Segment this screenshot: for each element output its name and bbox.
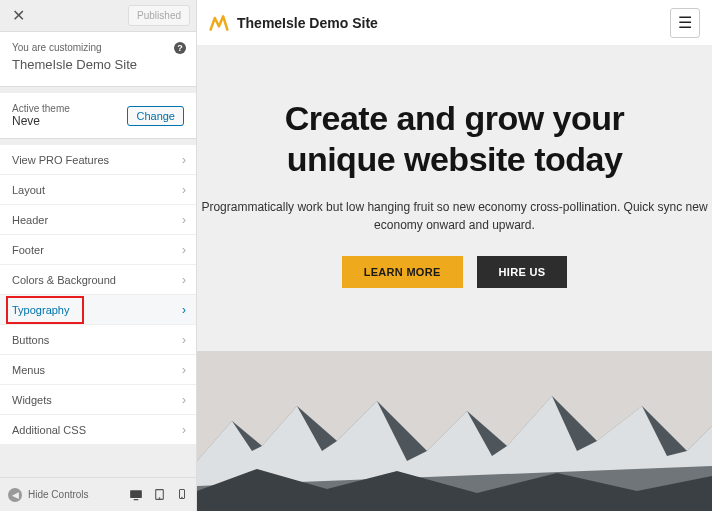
sidebar-item-label: Typography (12, 304, 69, 316)
chevron-right-icon: › (182, 303, 186, 317)
sidebar-item-label: Colors & Background (12, 274, 116, 286)
sidebar-item-additional-css[interactable]: Additional CSS› (0, 415, 196, 445)
chevron-right-icon: › (182, 333, 186, 347)
desktop-icon[interactable] (129, 488, 143, 502)
active-theme-panel: Active theme Neve Change (0, 93, 196, 139)
sidebar-item-layout[interactable]: Layout› (0, 175, 196, 205)
sidebar-item-label: View PRO Features (12, 154, 109, 166)
sidebar-item-label: Widgets (12, 394, 52, 406)
sidebar-item-label: Header (12, 214, 48, 226)
sidebar-item-footer[interactable]: Footer› (0, 235, 196, 265)
chevron-right-icon: › (182, 243, 186, 257)
sidebar-item-label: Menus (12, 364, 45, 376)
sidebar-topbar: ✕ Published (0, 0, 196, 32)
customizer-menu-list: View PRO Features›Layout›Header›Footer›C… (0, 145, 196, 445)
customizing-site-title: ThemeIsle Demo Site (12, 57, 184, 72)
sidebar-footer: ◀ Hide Controls (0, 477, 196, 511)
sidebar-item-view-pro-features[interactable]: View PRO Features› (0, 145, 196, 175)
hero-title-line1: Create and grow your (285, 99, 625, 137)
sidebar-item-label: Footer (12, 244, 44, 256)
chevron-right-icon: › (182, 183, 186, 197)
learn-more-button[interactable]: LEARN MORE (342, 256, 463, 288)
chevron-right-icon: › (182, 363, 186, 377)
close-button[interactable]: ✕ (0, 0, 36, 32)
device-preview-switcher (129, 488, 188, 502)
sidebar-item-widgets[interactable]: Widgets› (0, 385, 196, 415)
change-theme-button[interactable]: Change (127, 106, 184, 126)
sidebar-item-label: Additional CSS (12, 424, 86, 436)
chevron-right-icon: › (182, 273, 186, 287)
help-icon[interactable]: ? (174, 42, 186, 54)
sidebar-item-menus[interactable]: Menus› (0, 355, 196, 385)
collapse-icon: ◀ (8, 488, 22, 502)
site-brand-title: ThemeIsle Demo Site (237, 15, 378, 31)
chevron-right-icon: › (182, 393, 186, 407)
sidebar-item-buttons[interactable]: Buttons› (0, 325, 196, 355)
theme-info: Active theme Neve (12, 103, 70, 128)
hero-buttons: LEARN MORE HIRE US (342, 256, 568, 288)
svg-rect-1 (134, 499, 139, 500)
hero-sub-line2: economy onward and upward. (374, 218, 535, 232)
hero-title-line2: unique website today (287, 140, 623, 178)
customizing-panel: You are customizing ThemeIsle Demo Site … (0, 32, 196, 87)
sidebar-item-typography[interactable]: Typography› (0, 295, 196, 325)
svg-point-3 (159, 497, 160, 498)
site-header: ThemeIsle Demo Site ☰ (197, 0, 712, 46)
sidebar-item-label: Buttons (12, 334, 49, 346)
hero-section: Create and grow your unique website toda… (197, 46, 712, 511)
svg-rect-0 (130, 490, 142, 498)
svg-point-5 (182, 496, 183, 497)
hero-title: Create and grow your unique website toda… (285, 98, 625, 180)
active-theme-label: Active theme (12, 103, 70, 114)
chevron-right-icon: › (182, 423, 186, 437)
customizer-sidebar: ✕ Published You are customizing ThemeIsl… (0, 0, 197, 511)
hamburger-icon: ☰ (678, 13, 692, 32)
hero-background-image (197, 351, 712, 511)
chevron-right-icon: › (182, 213, 186, 227)
customizing-label: You are customizing (12, 42, 184, 53)
close-icon: ✕ (12, 6, 25, 25)
site-preview: ThemeIsle Demo Site ☰ Create and grow yo… (197, 0, 712, 511)
publish-button[interactable]: Published (128, 5, 190, 26)
site-logo-icon (209, 13, 229, 33)
sidebar-item-label: Layout (12, 184, 45, 196)
hide-controls-button[interactable]: ◀ Hide Controls (8, 488, 89, 502)
hire-us-button[interactable]: HIRE US (477, 256, 568, 288)
sidebar-item-colors-background[interactable]: Colors & Background› (0, 265, 196, 295)
hero-sub-line1: Programmatically work but low hanging fr… (201, 200, 707, 214)
tablet-icon[interactable] (153, 488, 166, 502)
hero-subtitle: Programmatically work but low hanging fr… (201, 198, 707, 234)
hide-controls-label: Hide Controls (28, 489, 89, 500)
mobile-icon[interactable] (176, 488, 188, 502)
active-theme-name: Neve (12, 114, 70, 128)
chevron-right-icon: › (182, 153, 186, 167)
sidebar-item-header[interactable]: Header› (0, 205, 196, 235)
mobile-menu-button[interactable]: ☰ (670, 8, 700, 38)
